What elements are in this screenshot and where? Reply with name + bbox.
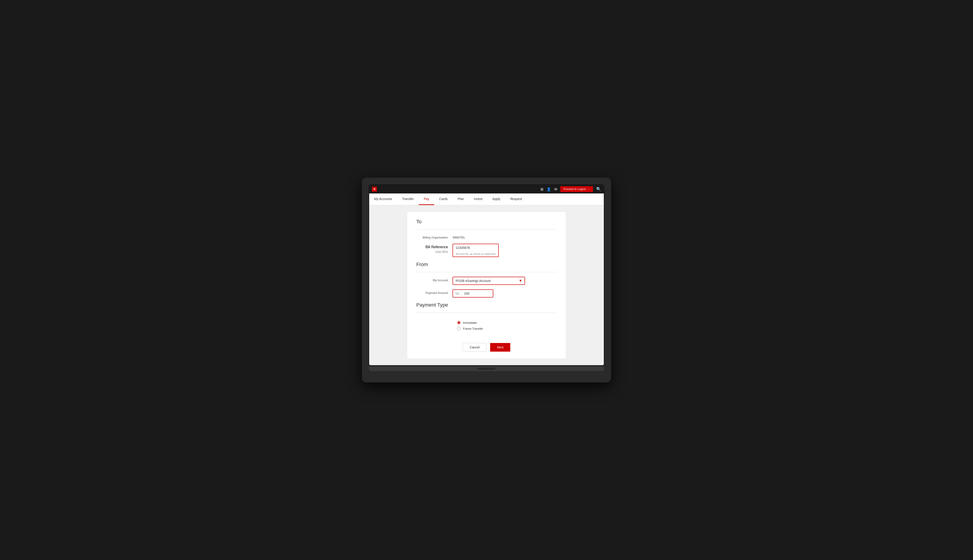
user-icon[interactable]: 👤 [547,187,551,192]
laptop-base [369,367,604,371]
network-icon[interactable]: ⊞ [540,187,543,192]
to-divider [416,229,557,230]
immediate-radio[interactable] [457,321,461,325]
payment-amount-row: Payment Amount S$ [416,289,557,298]
proceed-logout-button[interactable]: Proceed to Logout → [560,186,593,192]
bill-ref-label-group: Bill Reference Learn More [416,244,453,253]
radio-group: Immediate Future Transfer [457,317,557,334]
from-divider [416,272,557,272]
nav-bar: My Accounts Transfer Pay Cards Plan Inve… [369,193,604,205]
close-button[interactable]: ✕ [372,187,377,192]
bill-ref-input-group: Account No. as shown on statement [453,244,499,257]
button-row: Cancel Next [416,341,557,352]
future-transfer-radio[interactable] [457,327,461,330]
nav-item-apply[interactable]: Apply [487,193,505,205]
main-content: To Billing Organisation SINGTEL Bill Ref… [369,205,604,365]
nav-item-my-accounts[interactable]: My Accounts [369,193,397,205]
billing-org-label: Billing Organisation [416,234,453,239]
currency-label: S$ [453,290,461,297]
future-transfer-label: Future Transfer [463,327,483,330]
billing-org-value: SINGTEL [453,234,465,239]
learn-more-link[interactable]: Learn More [435,250,448,253]
laptop-shell: ✕ ⊞ 👤 ✉ Proceed to Logout → 🔍 My Account… [362,178,611,382]
proceed-logout-label: Proceed to Logout [563,188,586,191]
screen: ✕ ⊞ 👤 ✉ Proceed to Logout → 🔍 My Account… [369,184,604,366]
mail-icon[interactable]: ✉ [554,187,557,192]
my-account-row: My Account POSB eSavings Account DBS Cur… [416,277,557,285]
search-icon[interactable]: 🔍 [596,187,601,192]
form-card: To Billing Organisation SINGTEL Bill Ref… [407,212,566,358]
nav-item-transfer[interactable]: Transfer [397,193,419,205]
my-account-label: My Account [416,277,453,282]
bill-ref-label: Bill Reference [425,245,448,249]
close-icon: ✕ [373,187,376,191]
payment-type-section: Payment Type Immediate Future Transfer [416,302,557,334]
nav-item-cards[interactable]: Cards [434,193,453,205]
nav-item-request[interactable]: Request [505,193,527,205]
payment-amount-wrapper: S$ [453,289,493,298]
immediate-label: Immediate [463,321,477,325]
billing-org-row: Billing Organisation SINGTEL [416,234,557,239]
payment-type-title: Payment Type [416,302,557,308]
nav-item-plan[interactable]: Plan [453,193,469,205]
to-section-title: To [416,219,557,225]
bill-ref-hint: Account No. as shown on statement [453,252,498,257]
bill-ref-row: Bill Reference Learn More Account No. as… [416,244,557,257]
logout-arrow-icon: → [587,188,590,191]
future-transfer-radio-label[interactable]: Future Transfer [457,327,557,330]
next-button[interactable]: Next [490,343,510,352]
top-bar: ✕ ⊞ 👤 ✉ Proceed to Logout → 🔍 [369,185,604,193]
top-bar-inner: ✕ ⊞ 👤 ✉ Proceed to Logout → 🔍 [372,186,601,192]
nav-item-invest[interactable]: Invest [469,193,487,205]
account-select-wrapper: POSB eSavings Account DBS Current Accoun… [453,277,525,285]
account-select[interactable]: POSB eSavings Account DBS Current Accoun… [453,277,525,285]
payment-type-divider [416,312,557,313]
immediate-radio-label[interactable]: Immediate [457,321,557,325]
laptop-notch [477,368,496,370]
top-bar-icons: ⊞ 👤 ✉ Proceed to Logout → 🔍 [540,186,601,192]
payment-amount-label: Payment Amount [416,289,453,295]
from-section-title: From [416,262,557,267]
amount-input[interactable] [461,290,493,297]
bill-ref-input[interactable] [453,244,498,252]
cancel-button[interactable]: Cancel [463,343,487,352]
nav-item-pay[interactable]: Pay [419,193,434,205]
